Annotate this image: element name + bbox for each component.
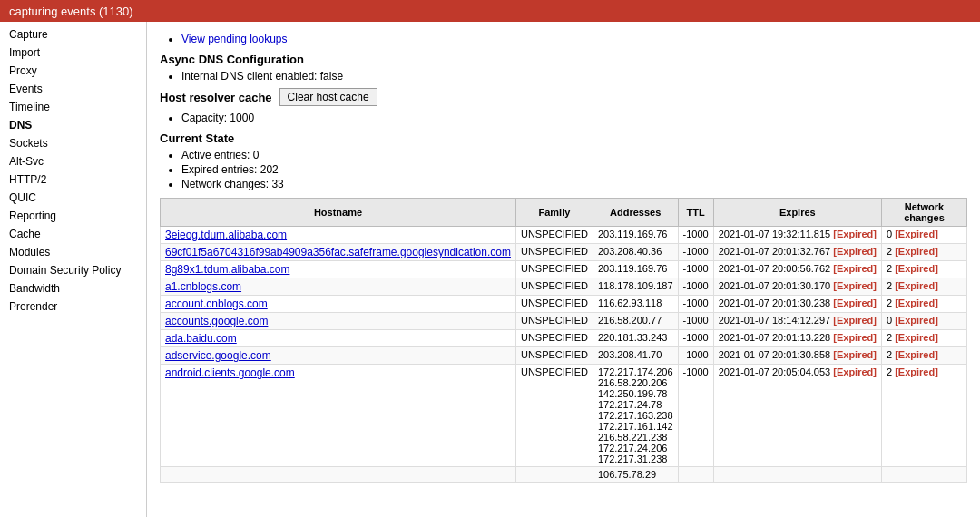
table-row: adservice.google.comUNSPECIFIED203.208.4…: [161, 347, 967, 365]
sidebar-item-modules[interactable]: Modules: [0, 243, 146, 261]
table-row: accounts.google.comUNSPECIFIED216.58.200…: [161, 313, 967, 330]
cell-addresses: 106.75.78.29: [593, 467, 678, 483]
cell-expires: [713, 467, 881, 483]
table-header-addresses: Addresses: [593, 199, 678, 227]
cell-family: UNSPECIFIED: [515, 313, 593, 330]
cell-family: UNSPECIFIED: [515, 296, 593, 313]
cell-addresses: 216.58.200.77: [593, 313, 678, 330]
cell-network-changes: 0 [Expired]: [881, 313, 966, 330]
internal-dns-label: Internal DNS client enabled: false: [181, 70, 343, 83]
async-dns-title: Async DNS Configuration: [160, 53, 967, 66]
sidebar-item-http2[interactable]: HTTP/2: [0, 171, 146, 189]
sidebar-item-capture[interactable]: Capture: [0, 25, 146, 44]
sidebar-item-timeline[interactable]: Timeline: [0, 98, 146, 116]
cell-ttl: -1000: [678, 313, 713, 330]
sidebar-item-import[interactable]: Import: [0, 44, 146, 62]
cell-addresses: 118.178.109.187: [593, 278, 678, 296]
table-row: android.clients.google.comUNSPECIFIED172…: [161, 365, 967, 467]
sidebar-item-cache[interactable]: Cache: [0, 225, 146, 243]
cell-network-changes: 2 [Expired]: [881, 278, 966, 296]
cell-expires: 2021-01-07 20:01:30.858 [Expired]: [713, 347, 881, 365]
sidebar-item-prerender[interactable]: Prerender: [0, 298, 146, 316]
cell-family: UNSPECIFIED: [515, 330, 593, 347]
sidebar-item-reporting[interactable]: Reporting: [0, 207, 146, 225]
cell-ttl: -1000: [678, 330, 713, 347]
table-row: 3eieog.tdum.alibaba.comUNSPECIFIED203.11…: [161, 227, 967, 244]
sidebar-item-quic[interactable]: QUIC: [0, 189, 146, 207]
cell-hostname: android.clients.google.com: [161, 365, 516, 467]
cell-family: UNSPECIFIED: [515, 278, 593, 296]
title-bar: capturing events (1130): [0, 0, 980, 22]
cell-addresses: 203.208.40.36: [593, 244, 678, 261]
content-area: View pending lookups Async DNS Configura…: [147, 22, 980, 517]
cell-family: [515, 467, 593, 483]
cell-network-changes: [881, 467, 966, 483]
expired-entries: Expired entries: 202: [181, 163, 279, 176]
network-changes: Network changes: 33: [181, 178, 284, 190]
cell-expires: 2021-01-07 20:00:56.762 [Expired]: [713, 261, 881, 278]
table-row: 69cf01f5a6704316f99ab4909a356fac.safefra…: [161, 244, 967, 261]
sidebar-item-sockets[interactable]: Sockets: [0, 134, 146, 152]
table-row: ada.baidu.comUNSPECIFIED220.181.33.243-1…: [161, 330, 967, 347]
host-resolver-row: Host resolver cache Clear host cache: [160, 88, 967, 106]
cell-hostname: a1.cnblogs.com: [161, 278, 516, 296]
table-header-network-changes: Network changes: [881, 199, 966, 227]
host-resolver-label: Host resolver cache: [160, 91, 272, 104]
table-row: 8g89x1.tdum.alibaba.comUNSPECIFIED203.11…: [161, 261, 967, 278]
cell-expires: 2021-01-07 20:05:04.053 [Expired]: [713, 365, 881, 467]
cell-network-changes: 2 [Expired]: [881, 261, 966, 278]
cell-expires: 2021-01-07 20:01:13.228 [Expired]: [713, 330, 881, 347]
current-state-title: Current State: [160, 132, 967, 145]
pending-lookups-link[interactable]: View pending lookups: [181, 33, 288, 45]
active-entries: Active entries: 0: [181, 149, 259, 161]
table-header-family: Family: [515, 199, 593, 227]
cell-hostname: [161, 467, 516, 483]
cell-hostname: adservice.google.com: [161, 347, 516, 365]
dns-table: HostnameFamilyAddressesTTLExpiresNetwork…: [160, 198, 967, 483]
cell-network-changes: 2 [Expired]: [881, 347, 966, 365]
cell-network-changes: 2 [Expired]: [881, 365, 966, 467]
sidebar-item-events[interactable]: Events: [0, 80, 146, 98]
table-row: account.cnblogs.comUNSPECIFIED116.62.93.…: [161, 296, 967, 313]
cell-expires: 2021-01-07 20:01:30.238 [Expired]: [713, 296, 881, 313]
sidebar-item-alt-svc[interactable]: Alt-Svc: [0, 152, 146, 171]
cell-ttl: -1000: [678, 278, 713, 296]
cell-hostname: account.cnblogs.com: [161, 296, 516, 313]
cell-network-changes: 2 [Expired]: [881, 296, 966, 313]
sidebar-item-bandwidth[interactable]: Bandwidth: [0, 279, 146, 298]
cell-addresses: 172.217.174.206216.58.220.206142.250.199…: [593, 365, 678, 467]
cell-expires: 2021-01-07 20:01:30.170 [Expired]: [713, 278, 881, 296]
cell-network-changes: 0 [Expired]: [881, 227, 966, 244]
cell-family: UNSPECIFIED: [515, 261, 593, 278]
cell-ttl: -1000: [678, 296, 713, 313]
table-row: 106.75.78.29: [161, 467, 967, 483]
table-header-ttl: TTL: [678, 199, 713, 227]
cell-family: UNSPECIFIED: [515, 244, 593, 261]
table-header-hostname: Hostname: [161, 199, 516, 227]
cell-ttl: [678, 467, 713, 483]
clear-host-cache-button[interactable]: Clear host cache: [279, 88, 377, 106]
cell-expires: 2021-01-07 19:32:11.815 [Expired]: [713, 227, 881, 244]
cell-hostname: 3eieog.tdum.alibaba.com: [161, 227, 516, 244]
cell-ttl: -1000: [678, 347, 713, 365]
capacity-label: Capacity: 1000: [181, 112, 254, 124]
cell-expires: 2021-01-07 20:01:32.767 [Expired]: [713, 244, 881, 261]
cell-hostname: 8g89x1.tdum.alibaba.com: [161, 261, 516, 278]
cell-addresses: 203.119.169.76: [593, 227, 678, 244]
cell-addresses: 203.119.169.76: [593, 261, 678, 278]
cell-family: UNSPECIFIED: [515, 227, 593, 244]
table-header-expires: Expires: [713, 199, 881, 227]
cell-ttl: -1000: [678, 365, 713, 467]
sidebar-item-domain-security-policy[interactable]: Domain Security Policy: [0, 261, 146, 279]
cell-ttl: -1000: [678, 244, 713, 261]
cell-hostname: ada.baidu.com: [161, 330, 516, 347]
sidebar-item-dns[interactable]: DNS: [0, 116, 146, 134]
cell-hostname: accounts.google.com: [161, 313, 516, 330]
table-row: a1.cnblogs.comUNSPECIFIED118.178.109.187…: [161, 278, 967, 296]
cell-family: UNSPECIFIED: [515, 347, 593, 365]
main-area: CaptureImportProxyEventsTimelineDNSSocke…: [0, 22, 980, 517]
sidebar-item-proxy[interactable]: Proxy: [0, 62, 146, 80]
cell-expires: 2021-01-07 18:14:12.297 [Expired]: [713, 313, 881, 330]
cell-network-changes: 2 [Expired]: [881, 244, 966, 261]
sidebar: CaptureImportProxyEventsTimelineDNSSocke…: [0, 22, 147, 517]
